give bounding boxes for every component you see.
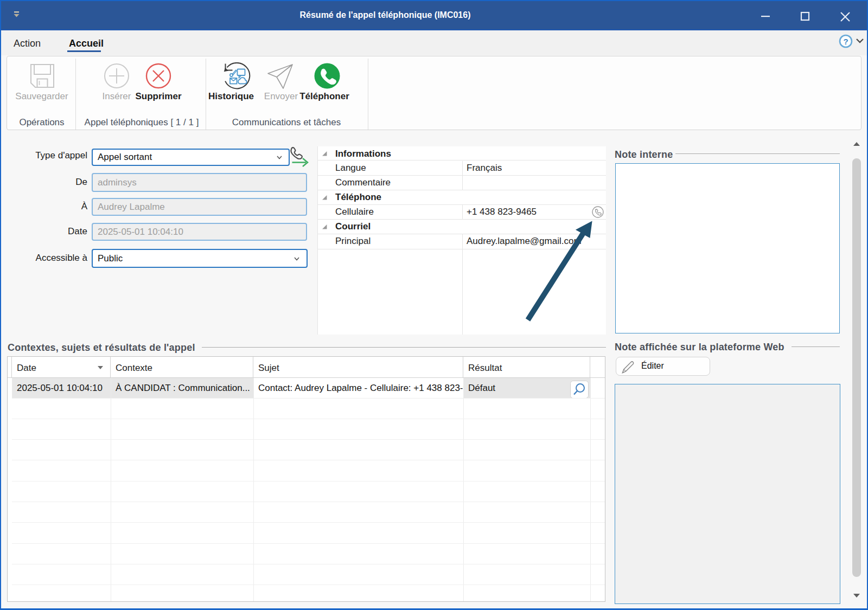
svg-text:?: ? [843,37,848,46]
